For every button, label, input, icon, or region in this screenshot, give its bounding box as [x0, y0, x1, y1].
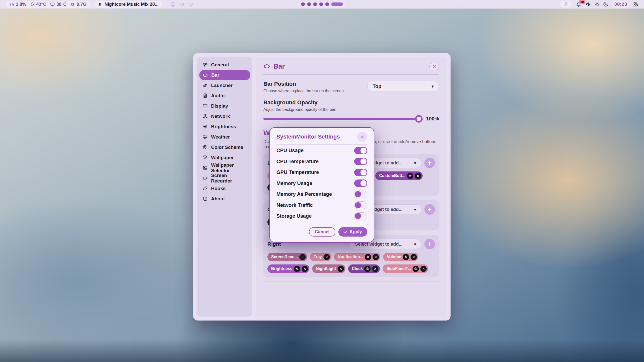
- skull-icon[interactable]: [170, 2, 176, 7]
- brightness-button[interactable]: [594, 2, 600, 7]
- center-add-widget-button[interactable]: +: [424, 204, 435, 215]
- palette-icon: [203, 145, 208, 150]
- memory-usage-toggle[interactable]: [354, 179, 367, 187]
- remove-icon[interactable]: [420, 266, 427, 272]
- gear-icon[interactable]: [413, 266, 419, 272]
- widget-chip-tray[interactable]: Tray: [310, 253, 331, 261]
- hand-icon: [564, 2, 569, 7]
- gpu-temp-stat: 38°C: [50, 2, 66, 7]
- notification-badge: 10: [579, 0, 585, 4]
- workspace-indicator[interactable]: [298, 1, 346, 8]
- clock-widget[interactable]: 00:28: [612, 1, 630, 8]
- gpu-temperature-toggle[interactable]: [354, 169, 367, 176]
- chevron-down-icon: ▾: [432, 84, 434, 89]
- oval-icon: [263, 64, 270, 69]
- divider: [263, 282, 439, 282]
- right-add-widget-button[interactable]: +: [424, 239, 435, 249]
- sidebar-item-wallpaper-selector[interactable]: Wallpaper Selector: [199, 163, 250, 173]
- opacity-slider[interactable]: [263, 118, 422, 120]
- system-stats-pill[interactable]: 1.8% 43°C 38°C 9.7G: [6, 1, 91, 8]
- gear-icon[interactable]: [407, 173, 413, 179]
- gear-icon[interactable]: [364, 266, 371, 272]
- sidebar-item-bar[interactable]: Bar: [199, 70, 250, 80]
- sidebar-item-screen-recorder[interactable]: Screen Recorder: [199, 173, 250, 183]
- widget-chip-clock[interactable]: Clock: [348, 264, 380, 273]
- toggle-row-memory-usage: Memory Usage: [276, 178, 367, 189]
- background-opacity-description: Adjust the background opacity of the bar…: [263, 107, 439, 112]
- display-icon: [203, 103, 208, 109]
- workspace-dot[interactable]: [319, 3, 323, 6]
- remove-icon[interactable]: [373, 254, 379, 260]
- sidebar-item-display[interactable]: Display: [199, 101, 250, 111]
- divider: [276, 144, 367, 145]
- sidebar-item-about[interactable]: About: [199, 194, 250, 204]
- storage-usage-toggle[interactable]: [354, 212, 367, 220]
- cpu-usage-toggle[interactable]: [354, 147, 367, 154]
- divider: [263, 74, 439, 75]
- workspace-dot[interactable]: [301, 3, 305, 6]
- bar-position-select[interactable]: Top ▾: [367, 81, 439, 92]
- widget-chip-brightness[interactable]: Brightness: [267, 264, 309, 273]
- gear-icon[interactable]: [403, 254, 409, 260]
- toggle-row-cpu-usage: CPU Usage: [276, 145, 367, 156]
- opacity-slider-knob[interactable]: [415, 115, 423, 123]
- brightness-icon: [203, 124, 208, 129]
- modal-close-button[interactable]: [357, 132, 367, 142]
- gear-icon[interactable]: [294, 266, 300, 272]
- cancel-button[interactable]: Cancel: [309, 227, 335, 237]
- cpu-temperature-toggle[interactable]: [354, 158, 367, 165]
- grid-plus-icon: [633, 2, 638, 7]
- workspace-active-pill[interactable]: [331, 3, 343, 6]
- sun-icon: [594, 2, 600, 7]
- workspace-dot[interactable]: [307, 3, 311, 6]
- remove-icon[interactable]: [324, 254, 330, 260]
- widget-chip-volume[interactable]: Volume: [383, 253, 418, 261]
- sidebar-item-general[interactable]: General: [199, 60, 250, 70]
- sidebar-item-brightness[interactable]: Brightness: [199, 121, 250, 132]
- apply-button[interactable]: Apply: [338, 227, 367, 237]
- memory-percent-toggle[interactable]: [354, 191, 367, 198]
- left-add-widget-button[interactable]: +: [424, 158, 435, 168]
- sidebar-item-audio[interactable]: Audio: [199, 90, 250, 101]
- chip-icon: [70, 2, 75, 7]
- remove-icon[interactable]: [372, 266, 378, 272]
- network-traffic-toggle[interactable]: [354, 201, 367, 209]
- sidebar-item-network[interactable]: Network: [199, 111, 250, 121]
- remove-icon[interactable]: [302, 266, 308, 272]
- toggle-row-cpu-temperature: CPU Temperature: [276, 156, 367, 167]
- widget-chip-nightlight[interactable]: NightLight: [312, 264, 345, 273]
- chevron-down-icon: ▾: [414, 161, 416, 165]
- sidebar-item-wallpaper[interactable]: Wallpaper: [199, 152, 250, 163]
- panel-close-button[interactable]: [429, 62, 439, 71]
- gear-icon[interactable]: [365, 254, 371, 260]
- heart-icon[interactable]: [179, 2, 185, 7]
- widget-chip-custombutton[interactable]: CustomButt...: [375, 171, 423, 180]
- widget-chip-sidepanel[interactable]: SidePanelT...: [383, 264, 428, 273]
- tray-app-button[interactable]: [560, 1, 572, 8]
- widget-chip-screenrecorder[interactable]: ScreenReco...: [267, 253, 307, 261]
- volume-button[interactable]: [586, 2, 591, 7]
- notifications-button[interactable]: 10: [575, 2, 582, 7]
- sidebar-item-weather[interactable]: Weather: [199, 132, 250, 142]
- top-bar: 1.8% 43°C 38°C 9.7G Nightcore Music Mix …: [0, 0, 644, 9]
- dashboard-button[interactable]: [633, 2, 638, 7]
- sidebar-item-hooks[interactable]: Hooks: [199, 183, 250, 194]
- widget-chip-notification[interactable]: Notification...: [334, 253, 380, 261]
- remove-icon[interactable]: [411, 254, 417, 260]
- bar-position-label: Bar Position: [263, 81, 345, 87]
- remove-icon[interactable]: [299, 254, 306, 260]
- night-light-button[interactable]: [603, 2, 609, 7]
- sidebar-item-color-scheme[interactable]: Color Scheme: [199, 142, 250, 152]
- toggle-row-storage-usage: Storage Usage: [276, 211, 367, 222]
- video-camera-icon: [203, 175, 208, 181]
- workspace-dot[interactable]: [325, 3, 329, 6]
- remove-icon[interactable]: [415, 173, 421, 179]
- heart-icon[interactable]: [188, 2, 193, 7]
- media-player-pill[interactable]: Nightcore Music Mix 20...: [95, 1, 163, 8]
- info-icon: [203, 196, 208, 201]
- sidebar-item-launcher[interactable]: Launcher: [199, 80, 250, 90]
- remove-icon[interactable]: [338, 266, 344, 272]
- media-title: Nightcore Music Mix 20...: [105, 2, 159, 7]
- systemmonitor-settings-modal: SystemMonitor Settings CPU Usage CPU Tem…: [269, 127, 374, 243]
- workspace-dot[interactable]: [313, 3, 317, 6]
